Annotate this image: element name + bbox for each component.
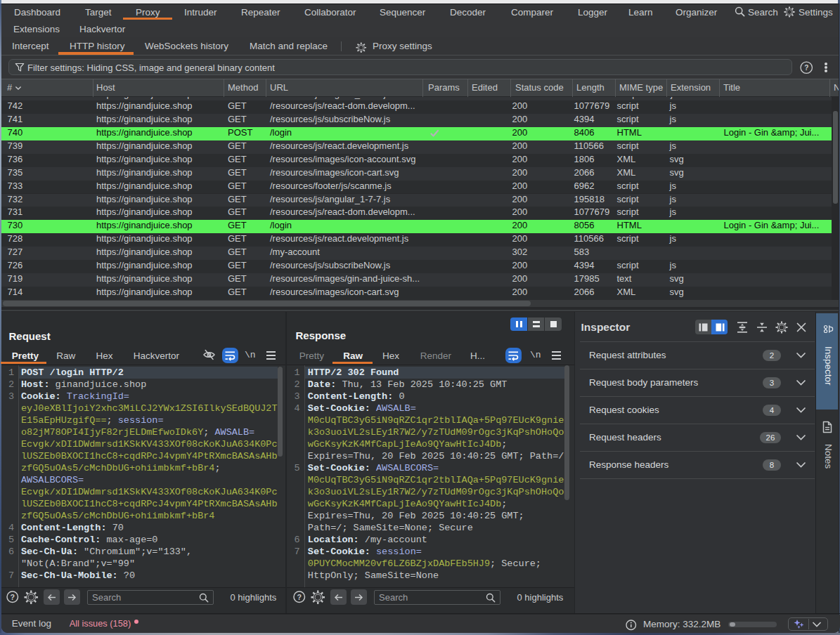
svg-text:?: ? — [10, 593, 15, 601]
svg-text:?: ? — [804, 64, 808, 72]
svg-text:?: ? — [297, 593, 302, 601]
